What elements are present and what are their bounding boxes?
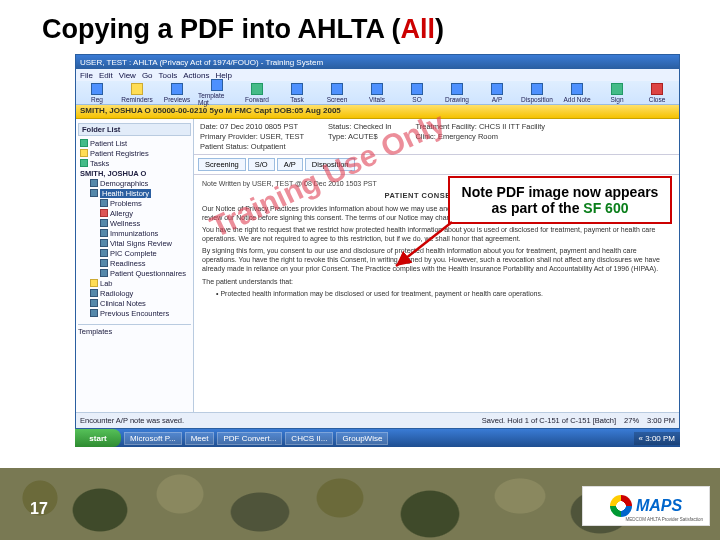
tree-icon xyxy=(100,269,108,277)
toolbar-vitals[interactable]: Vitals xyxy=(358,83,396,103)
tree-label: Immunizations xyxy=(110,229,158,238)
toolbar-task[interactable]: Task xyxy=(278,83,316,103)
toolbar-icon xyxy=(251,83,263,95)
toolbar-reminders[interactable]: Reminders xyxy=(118,83,156,103)
tab-so[interactable]: S/O xyxy=(248,158,275,171)
toolbar-label: Previews xyxy=(164,96,190,103)
window-titlebar: USER, TEST : AHLTA (Privacy Act of 1974/… xyxy=(76,55,679,69)
status-bar: Encounter A/P note was saved. Saved. Hol… xyxy=(76,412,679,428)
tree-item[interactable]: Vital Signs Review xyxy=(80,238,191,248)
toolbar-label: Close xyxy=(649,96,666,103)
callout-arrow-icon xyxy=(388,216,458,276)
tree-item[interactable]: SMITH, JOSHUA O xyxy=(80,168,191,178)
toolbar-close[interactable]: Close xyxy=(638,83,676,103)
tab-screening[interactable]: Screening xyxy=(198,158,246,171)
tree-item[interactable]: PIC Complete xyxy=(80,248,191,258)
tree-item[interactable]: Allergy xyxy=(80,208,191,218)
menu-tools[interactable]: Tools xyxy=(159,71,178,80)
toolbar-label: SO xyxy=(412,96,421,103)
tree-label: Lab xyxy=(100,279,113,288)
status-left: Encounter A/P note was saved. xyxy=(80,416,184,425)
toolbar-label: Drawing xyxy=(445,96,469,103)
taskbar-item-3[interactable]: PDF Convert... xyxy=(217,432,282,445)
tree-icon xyxy=(90,179,98,187)
toolbar-icon xyxy=(371,83,383,95)
tree-icon xyxy=(90,189,98,197)
toolbar-so[interactable]: SO xyxy=(398,83,436,103)
tree-icon xyxy=(90,279,98,287)
toolbar-label: Reminders xyxy=(121,96,152,103)
menu-edit[interactable]: Edit xyxy=(99,71,113,80)
taskbar: start Microsoft P... Meet PDF Convert...… xyxy=(75,429,680,447)
taskbar-item-1[interactable]: Microsoft P... xyxy=(124,432,182,445)
toolbar-icon xyxy=(651,83,663,95)
logo-star-icon xyxy=(610,495,632,517)
toolbar-screen[interactable]: Screen xyxy=(318,83,356,103)
sidebar-templates[interactable]: Templates xyxy=(78,324,191,336)
tree-item[interactable]: Lab xyxy=(80,278,191,288)
taskbar-item-4[interactable]: CHCS II... xyxy=(285,432,333,445)
callout-line-1: Note PDF image now xyxy=(462,184,601,200)
sidebar: Folder List Patient ListPatient Registri… xyxy=(76,119,194,412)
taskbar-item-2[interactable]: Meet xyxy=(185,432,215,445)
tree-item[interactable]: Readiness xyxy=(80,258,191,268)
callout-line-3: SF 600 xyxy=(583,200,628,216)
toolbar-label: Vitals xyxy=(369,96,385,103)
toolbar-disposition[interactable]: Disposition xyxy=(518,83,556,103)
toolbar-previews[interactable]: Previews xyxy=(158,83,196,103)
menu-go[interactable]: Go xyxy=(142,71,153,80)
toolbar-drawing[interactable]: Drawing xyxy=(438,83,476,103)
menu-file[interactable]: File xyxy=(80,71,93,80)
tree-item[interactable]: Patient List xyxy=(80,138,191,148)
encounter-meta: Date: 07 Dec 2010 0805 PST Primary Provi… xyxy=(194,119,679,155)
system-tray[interactable]: « 3:00 PM xyxy=(634,432,680,445)
menu-view[interactable]: View xyxy=(119,71,136,80)
tree-item[interactable]: Health History xyxy=(80,188,191,198)
tab-disposition[interactable]: Disposition xyxy=(305,158,356,171)
tree-item[interactable]: Patient Registries xyxy=(80,148,191,158)
tree-item[interactable]: Problems xyxy=(80,198,191,208)
tree-item[interactable]: Tasks xyxy=(80,158,191,168)
tree-label: Problems xyxy=(110,199,142,208)
tree-icon xyxy=(80,159,88,167)
tree-icon xyxy=(80,149,88,157)
tree-label: Demographics xyxy=(100,179,148,188)
toolbar-label: A/P xyxy=(492,96,502,103)
tree-item[interactable]: Demographics xyxy=(80,178,191,188)
tree-label: Patient Registries xyxy=(90,149,149,158)
tree-item[interactable]: Radiology xyxy=(80,288,191,298)
toolbar-label: Template Mgt xyxy=(198,92,236,106)
patient-context-bar: SMITH, JOSHUA O 05000-00-0210 5yo M FMC … xyxy=(76,105,679,119)
toolbar-label: Disposition xyxy=(521,96,553,103)
taskbar-item-5[interactable]: GroupWise xyxy=(336,432,388,445)
tree-label: Clinical Notes xyxy=(100,299,146,308)
tree-item[interactable]: Previous Encounters xyxy=(80,308,191,318)
tree-label: Health History xyxy=(100,189,151,198)
consent-para-4: The patient understands that: xyxy=(202,277,671,286)
tab-ap[interactable]: A/P xyxy=(277,158,303,171)
title-pre: Copying a PDF into AHLTA ( xyxy=(42,14,400,44)
toolbar-sign[interactable]: Sign xyxy=(598,83,636,103)
toolbar-forward[interactable]: Forward xyxy=(238,83,276,103)
toolbar-label: Sign xyxy=(610,96,623,103)
tree-icon xyxy=(90,299,98,307)
tree-item[interactable]: Patient Questionnaires xyxy=(80,268,191,278)
status-zoom: 27% xyxy=(624,416,639,425)
start-button[interactable]: start xyxy=(75,429,121,447)
logo-text: MAPS xyxy=(636,497,682,515)
tree-item[interactable]: Immunizations xyxy=(80,228,191,238)
tree-item[interactable]: Clinical Notes xyxy=(80,298,191,308)
toolbar-a-p[interactable]: A/P xyxy=(478,83,516,103)
toolbar-reg[interactable]: Reg xyxy=(78,83,116,103)
toolbar-add-note[interactable]: Add Note xyxy=(558,83,596,103)
meta-provider: Primary Provider: USER, TEST xyxy=(200,132,304,141)
tree-label: Patient List xyxy=(90,139,127,148)
tree-label: SMITH, JOSHUA O xyxy=(80,169,146,178)
toolbar-icon xyxy=(491,83,503,95)
tree-item[interactable]: Wellness xyxy=(80,218,191,228)
toolbar-template-mgt[interactable]: Template Mgt xyxy=(198,79,236,106)
tree-label: Patient Questionnaires xyxy=(110,269,186,278)
tree-label: Vital Signs Review xyxy=(110,239,172,248)
toolbar-icon xyxy=(611,83,623,95)
tree-icon xyxy=(100,219,108,227)
